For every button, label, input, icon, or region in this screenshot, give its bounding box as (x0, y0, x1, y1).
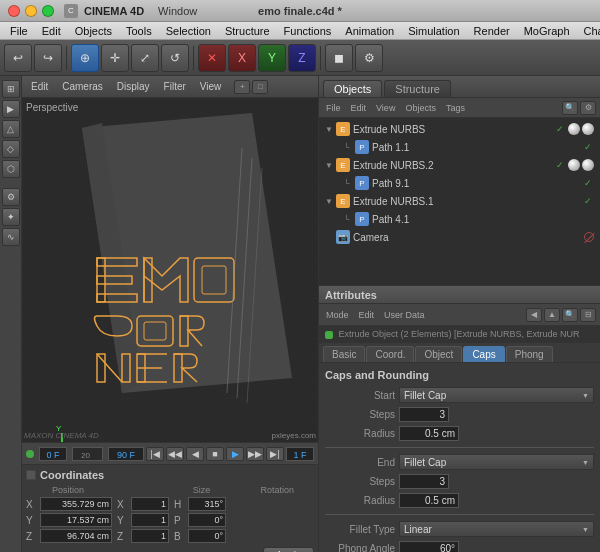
vp-view-btn[interactable]: View (195, 79, 227, 95)
attr-userdata-btn[interactable]: User Data (381, 310, 428, 320)
menu-functions[interactable]: Functions (278, 23, 338, 39)
h-rot-input[interactable] (188, 497, 226, 511)
obj-path-4-1[interactable]: └ P Path 4.1 (321, 210, 598, 228)
tab-structure[interactable]: Structure (384, 80, 451, 97)
x-pos-input[interactable] (40, 497, 112, 511)
vp-filter-btn[interactable]: Filter (159, 79, 191, 95)
obj-extrude-nurbs-3[interactable]: ▼ E Extrude NURBS.1 ✓ (321, 192, 598, 210)
next-btn[interactable]: ▶▶ (246, 447, 264, 461)
undo-button[interactable]: ↩ (4, 44, 32, 72)
play-back-btn[interactable]: ◀ (186, 447, 204, 461)
menu-mograph[interactable]: MoGraph (518, 23, 576, 39)
menu-tools[interactable]: Tools (120, 23, 158, 39)
prot-label: P (174, 515, 186, 526)
y-axis-button[interactable]: Y (258, 44, 286, 72)
attr-bookmark-btn[interactable]: ⊟ (580, 308, 596, 322)
phong-angle-input[interactable] (399, 541, 459, 552)
attr-edit-btn[interactable]: Edit (356, 310, 378, 320)
apply-button[interactable]: Apply (263, 547, 314, 552)
attr-mode-btn[interactable]: Mode (323, 310, 352, 320)
obj-file-btn[interactable]: File (323, 103, 344, 113)
vp-btn-1[interactable]: + (234, 80, 250, 94)
sidebar-icon-5[interactable]: ⬡ (2, 160, 20, 178)
vp-btn-2[interactable]: □ (252, 80, 268, 94)
obj-path-1-1[interactable]: └ P Path 1.1 ✓ (321, 138, 598, 156)
start-type-dropdown[interactable]: Fillet Cap (399, 387, 594, 403)
frame-markers[interactable]: 20 40 60 80 (72, 447, 103, 461)
obj-extrude-nurbs-2[interactable]: ▼ E Extrude NURBS.2 ✓ (321, 156, 598, 174)
move-tool-button[interactable]: ✛ (101, 44, 129, 72)
obj-objects-btn[interactable]: Objects (402, 103, 439, 113)
attr-tab-caps[interactable]: Caps (463, 346, 504, 362)
attr-tab-phong[interactable]: Phong (506, 346, 553, 362)
x-axis-button[interactable]: X (228, 44, 256, 72)
b-rot-input[interactable] (188, 529, 226, 543)
play-btn[interactable]: ▶ (226, 447, 244, 461)
menu-edit[interactable]: Edit (36, 23, 67, 39)
obj-settings-btn[interactable]: ⚙ (580, 101, 596, 115)
end-steps-input[interactable] (399, 474, 449, 489)
menu-structure[interactable]: Structure (219, 23, 276, 39)
p-rot-input[interactable] (188, 513, 226, 527)
vp-edit-btn[interactable]: Edit (26, 79, 53, 95)
sidebar-icon-1[interactable]: ⊞ (2, 80, 20, 98)
menu-simulation[interactable]: Simulation (402, 23, 465, 39)
sidebar-icon-2[interactable]: ▶ (2, 100, 20, 118)
scale-tool-button[interactable]: ⤢ (131, 44, 159, 72)
fillet-type-dropdown[interactable]: Linear (399, 521, 594, 537)
object-button[interactable]: ✕ (198, 44, 226, 72)
start-steps-input[interactable] (399, 407, 449, 422)
stop-btn[interactable]: ■ (206, 447, 224, 461)
frame-bar[interactable]: 20 40 60 80 (72, 447, 103, 461)
settings-button[interactable]: ⚙ (355, 44, 383, 72)
tab-objects[interactable]: Objects (323, 80, 382, 97)
prev-btn[interactable]: ◀◀ (166, 447, 184, 461)
z-axis-button[interactable]: Z (288, 44, 316, 72)
attr-search-btn[interactable]: 🔍 (562, 308, 578, 322)
attr-tab-basic[interactable]: Basic (323, 346, 365, 362)
menu-character[interactable]: Character (578, 23, 600, 39)
maximize-button[interactable] (42, 5, 54, 17)
obj-extrude-nurbs-1[interactable]: ▼ E Extrude NURBS ✓ (321, 120, 598, 138)
obj-camera[interactable]: 📷 Camera (321, 228, 598, 246)
obj-edit-btn[interactable]: Edit (348, 103, 370, 113)
sidebar-icon-3[interactable]: △ (2, 120, 20, 138)
start-radius-input[interactable] (399, 426, 459, 441)
minimize-button[interactable] (25, 5, 37, 17)
end-radius-input[interactable] (399, 493, 459, 508)
sidebar-icon-4[interactable]: ◇ (2, 140, 20, 158)
next-frame-btn[interactable]: ▶| (266, 447, 284, 461)
attr-tab-coord[interactable]: Coord. (366, 346, 414, 362)
rotate-tool-button[interactable]: ↺ (161, 44, 189, 72)
sidebar-icon-7[interactable]: ✦ (2, 208, 20, 226)
z-size-input[interactable] (131, 529, 169, 543)
viewport-3d[interactable]: Perspective (22, 98, 318, 442)
menu-render[interactable]: Render (468, 23, 516, 39)
redo-button[interactable]: ↪ (34, 44, 62, 72)
obj-view-btn[interactable]: View (373, 103, 398, 113)
sidebar-icon-8[interactable]: ∿ (2, 228, 20, 246)
select-tool-button[interactable]: ⊕ (71, 44, 99, 72)
menu-animation[interactable]: Animation (339, 23, 400, 39)
menu-objects[interactable]: Objects (69, 23, 118, 39)
obj-path-9-1[interactable]: └ P Path 9.1 ✓ (321, 174, 598, 192)
obj-tags-btn[interactable]: Tags (443, 103, 468, 113)
attr-tab-object[interactable]: Object (415, 346, 462, 362)
window-menu[interactable]: Window (158, 5, 197, 17)
menu-file[interactable]: File (4, 23, 34, 39)
close-button[interactable] (8, 5, 20, 17)
obj-search-btn[interactable]: 🔍 (562, 101, 578, 115)
attr-nav-btn[interactable]: ◀ (526, 308, 542, 322)
y-size-input[interactable] (131, 513, 169, 527)
vp-display-btn[interactable]: Display (112, 79, 155, 95)
vp-cameras-btn[interactable]: Cameras (57, 79, 108, 95)
x-size-input[interactable] (131, 497, 169, 511)
z-pos-input[interactable] (40, 529, 112, 543)
attr-expand-btn[interactable]: ▲ (544, 308, 560, 322)
menu-selection[interactable]: Selection (160, 23, 217, 39)
prev-frame-btn[interactable]: |◀ (146, 447, 164, 461)
y-pos-input[interactable] (40, 513, 112, 527)
sidebar-icon-6[interactable]: ⚙ (2, 188, 20, 206)
render-button[interactable]: ◼ (325, 44, 353, 72)
end-type-dropdown[interactable]: Fillet Cap (399, 454, 594, 470)
